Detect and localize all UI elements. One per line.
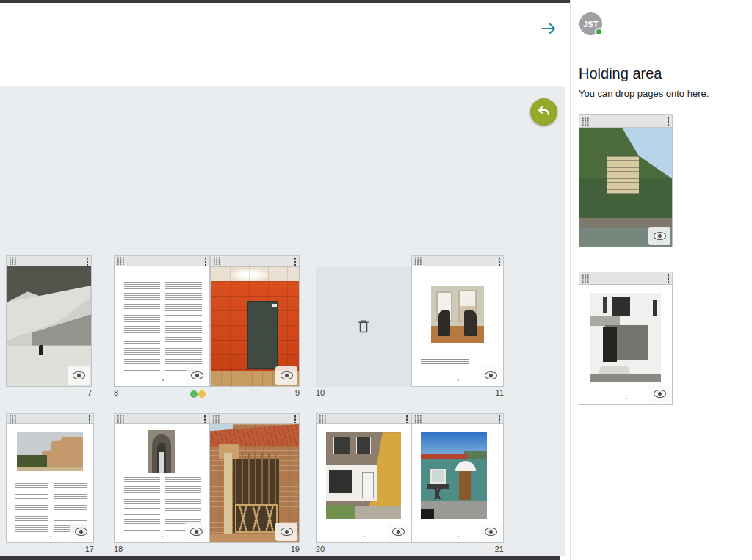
undo-icon xyxy=(536,104,552,120)
eye-icon xyxy=(392,528,405,536)
page-card-19[interactable] xyxy=(209,413,300,543)
kebab-menu-icon[interactable] xyxy=(86,257,89,266)
page-number: 10 xyxy=(316,388,411,397)
eye-icon xyxy=(190,528,203,536)
page-card-header xyxy=(6,413,94,423)
kebab-menu-icon[interactable] xyxy=(204,257,207,266)
drag-handle-icon[interactable] xyxy=(212,415,220,423)
page-number: 21 xyxy=(411,545,504,553)
page-thumbnail xyxy=(316,423,411,543)
page-thumbnail xyxy=(411,266,504,387)
page-card-8[interactable] xyxy=(114,255,210,387)
preview-eye-button[interactable] xyxy=(185,523,207,541)
preview-eye-button[interactable] xyxy=(186,366,208,385)
preview-eye-button[interactable] xyxy=(648,227,670,245)
drag-handle-icon[interactable] xyxy=(414,415,422,423)
eye-icon xyxy=(191,371,203,379)
page-number: 7 xyxy=(6,388,92,397)
preview-eye-button[interactable] xyxy=(70,523,92,541)
page-card-header xyxy=(579,114,673,127)
kebab-menu-icon[interactable] xyxy=(498,415,501,423)
page-thumbnail xyxy=(114,266,210,387)
drag-handle-icon[interactable] xyxy=(117,415,124,423)
kebab-menu-icon[interactable] xyxy=(294,257,297,266)
page-card-header xyxy=(579,272,673,284)
kebab-menu-icon[interactable] xyxy=(294,415,297,423)
page-thumbnail xyxy=(579,284,673,405)
drag-handle-icon[interactable] xyxy=(319,415,326,423)
kebab-menu-icon[interactable] xyxy=(405,415,408,423)
preview-eye-button[interactable] xyxy=(480,523,502,541)
page-card-header xyxy=(210,255,300,266)
holding-page-card-1[interactable] xyxy=(579,114,673,247)
page-thumbnail xyxy=(6,423,94,543)
page-card-header xyxy=(114,255,210,266)
eye-icon xyxy=(654,232,666,240)
bottom-window-bar xyxy=(0,556,560,560)
page-number: 18 xyxy=(114,545,209,553)
eye-icon xyxy=(281,371,293,379)
page-number: 17 xyxy=(6,545,94,553)
preview-eye-button[interactable] xyxy=(480,366,502,385)
drag-handle-icon[interactable] xyxy=(9,257,16,265)
preview-eye-button[interactable] xyxy=(275,523,297,541)
page-number: 11 xyxy=(411,388,504,397)
status-dot-green xyxy=(190,390,198,398)
page-grid-canvas: 7 8 9 10 11 xyxy=(0,86,565,556)
preview-eye-button[interactable] xyxy=(387,523,409,541)
drag-handle-icon[interactable] xyxy=(414,257,422,265)
page-thumbnail xyxy=(114,423,209,543)
preview-eye-button[interactable] xyxy=(648,385,670,403)
drag-handle-icon[interactable] xyxy=(582,274,589,283)
page-card-18[interactable] xyxy=(114,413,209,543)
eye-icon xyxy=(75,528,87,536)
page-card-header xyxy=(411,255,504,266)
page-thumbnail xyxy=(579,127,673,247)
holding-area-sidebar: JST Holding area You can drop pages onto… xyxy=(570,0,752,560)
kebab-menu-icon[interactable] xyxy=(667,117,670,126)
kebab-menu-icon[interactable] xyxy=(88,415,91,423)
kebab-menu-icon[interactable] xyxy=(498,257,501,266)
page-card-header xyxy=(114,413,209,423)
holding-area-subtitle: You can drop pages onto here. xyxy=(579,88,709,99)
status-dot-yellow xyxy=(198,390,206,398)
preview-eye-button[interactable] xyxy=(68,366,90,385)
eye-icon xyxy=(485,371,497,379)
page-card-7[interactable] xyxy=(6,255,92,387)
page-thumbnail xyxy=(210,266,300,387)
eye-icon xyxy=(485,528,497,536)
online-status-dot xyxy=(595,28,603,36)
holding-area-title: Holding area xyxy=(579,65,662,82)
eye-icon xyxy=(654,390,666,398)
drag-handle-icon[interactable] xyxy=(117,257,124,265)
holding-page-card-2[interactable] xyxy=(579,272,673,405)
page-card-9[interactable] xyxy=(210,255,300,387)
page-number: 20 xyxy=(316,545,411,553)
arrow-right-icon xyxy=(540,20,557,37)
page-thumbnail xyxy=(209,423,300,543)
drag-handle-icon[interactable] xyxy=(9,415,16,423)
kebab-menu-icon[interactable] xyxy=(667,274,670,283)
preview-eye-button[interactable] xyxy=(275,366,297,385)
page-thumbnail xyxy=(6,266,92,387)
page-number: 19 xyxy=(209,545,300,553)
kebab-menu-icon[interactable] xyxy=(203,415,206,423)
eye-icon xyxy=(281,528,293,536)
page-number: 9 xyxy=(210,388,300,397)
page-card-17[interactable] xyxy=(6,413,94,543)
forward-arrow-button[interactable] xyxy=(538,18,559,39)
page-thumbnail xyxy=(411,423,504,543)
header xyxy=(0,3,570,86)
empty-page-slot-10[interactable] xyxy=(316,266,411,387)
page-card-header xyxy=(411,413,504,423)
trash-icon xyxy=(356,319,371,335)
page-card-11[interactable] xyxy=(411,255,504,387)
page-card-21[interactable] xyxy=(411,413,504,543)
eye-icon xyxy=(73,371,85,379)
page-card-header xyxy=(6,255,92,266)
drag-handle-icon[interactable] xyxy=(582,117,589,126)
page-card-header xyxy=(316,413,411,423)
page-card-20[interactable] xyxy=(316,413,411,543)
drag-handle-icon[interactable] xyxy=(213,257,220,265)
undo-button[interactable] xyxy=(530,98,557,126)
